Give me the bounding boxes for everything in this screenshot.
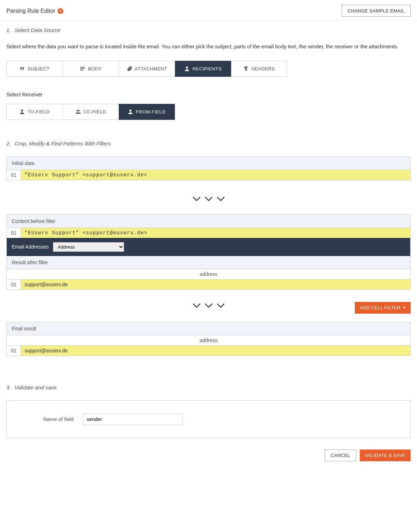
tab-body-label: BODY xyxy=(88,66,101,71)
quote-icon xyxy=(20,66,25,71)
row-value: support@euserv.de xyxy=(21,346,410,356)
step-1-title: 1. Select Data Source xyxy=(6,27,411,33)
users-icon xyxy=(76,109,81,114)
paperclip-icon xyxy=(127,66,132,71)
before-filter-panel: Content before filter 01 "EUserv Support… xyxy=(6,214,411,238)
tab-cc-field[interactable]: CC-FIELD xyxy=(63,104,119,120)
caret-down-icon xyxy=(403,307,406,309)
user-icon xyxy=(128,109,133,114)
tab-attachment-label: ATTACHMENT xyxy=(135,66,167,71)
validate-save-button[interactable]: VALIDATE & SAVE xyxy=(360,449,411,461)
flow-separator xyxy=(6,183,411,214)
add-cell-filter-button[interactable]: ADD CELL FILTER xyxy=(355,302,411,314)
tab-subject-label: SUBJECT xyxy=(27,66,49,71)
select-receiver-label: Select Receiver xyxy=(6,92,411,97)
filter-part-select[interactable]: Address xyxy=(53,242,124,252)
tab-cc-label: CC-FIELD xyxy=(84,109,106,115)
validate-box: Name of field xyxy=(6,400,411,438)
tab-headers-label: HEADERS xyxy=(251,66,275,71)
step-3-section: 3. Validate and save Name of field xyxy=(0,378,417,445)
row-number: 01 xyxy=(7,346,21,356)
chevron-down-icon xyxy=(205,197,213,202)
add-filter-row: ADD CELL FILTER xyxy=(6,293,411,322)
step-2-num: 2. xyxy=(6,140,11,147)
before-filter-head: Content before filter xyxy=(7,215,410,228)
chevron-down-icon xyxy=(217,197,225,202)
add-cell-filter-label: ADD CELL FILTER xyxy=(360,305,401,310)
footer-buttons: CANCEL VALIDATE & SAVE xyxy=(0,445,417,471)
after-filter-head: Result after filter xyxy=(7,256,410,269)
user-icon xyxy=(185,66,189,71)
cancel-button[interactable]: CANCEL xyxy=(325,449,356,461)
row-number: 01 xyxy=(7,170,21,180)
step-3-title: 3. Validate and save xyxy=(6,384,411,390)
step-1-description: Select where the data you want to parse … xyxy=(6,43,411,51)
initial-data-head: Initial data xyxy=(7,157,410,170)
column-header: address xyxy=(7,335,410,346)
field-name-input[interactable] xyxy=(83,414,182,425)
header-bar: Parsing Rule Editor ? CHANGE SAMPLE EMAI… xyxy=(0,0,417,21)
tab-from-field[interactable]: FROM-FIELD xyxy=(119,104,175,120)
row-value: "EUserv Support" <support@euserv.de> xyxy=(21,170,410,180)
name-of-field-label: Name of field xyxy=(13,416,77,422)
receiver-tabs: TO-FIELD CC-FIELD FROM-FIELD xyxy=(6,104,411,120)
tab-recipients-label: RECIPIENTS xyxy=(192,66,221,71)
initial-data-panel: Initial data 01 "EUserv Support" <suppor… xyxy=(6,156,411,180)
lines-icon xyxy=(80,66,85,71)
row-number: 01 xyxy=(7,228,21,238)
chevron-down-icon xyxy=(217,303,225,308)
chevron-down-icon xyxy=(193,197,201,202)
filter-name: Email Addresses xyxy=(12,244,49,250)
chevron-down-icon xyxy=(205,303,213,308)
row-number: 01 xyxy=(7,280,21,289)
page-title: Parsing Rule Editor ? xyxy=(6,8,63,14)
step-2-title: 2. Crop, Modify & Find Patterns With Fil… xyxy=(6,140,411,147)
before-filter-row: 01 "EUserv Support" <support@euserv.de> xyxy=(7,228,410,238)
after-filter-panel: Result after filter address 01 support@e… xyxy=(6,256,411,290)
column-header: address xyxy=(7,269,410,280)
tab-from-label: FROM-FIELD xyxy=(136,109,165,115)
step-1-num: 1. xyxy=(6,27,11,33)
step-2-label: Crop, Modify & Find Patterns With Filter… xyxy=(15,140,111,147)
tab-body[interactable]: BODY xyxy=(63,61,119,77)
data-source-tabs: SUBJECT BODY ATTACHMENT RECIPIENTS HEADE… xyxy=(6,61,411,77)
user-icon xyxy=(20,109,25,114)
filter-bar: Email Addresses Address xyxy=(6,238,411,256)
step-1-section: 1. Select Data Source Select where the d… xyxy=(0,21,417,130)
validate-save-label: VALIDATE & SAVE xyxy=(365,453,406,458)
tab-to-field[interactable]: TO-FIELD xyxy=(6,104,63,120)
step-1-label: Select Data Source xyxy=(15,27,60,33)
row-value: "EUserv Support" <support@euserv.de> xyxy=(21,228,410,238)
chevron-down-icon xyxy=(193,303,201,308)
tab-attachment[interactable]: ATTACHMENT xyxy=(119,61,175,77)
tab-to-label: TO-FIELD xyxy=(27,109,49,115)
help-icon[interactable]: ? xyxy=(58,8,63,14)
change-sample-email-button[interactable]: CHANGE SAMPLE EMAIL xyxy=(342,5,411,17)
pilcrow-icon xyxy=(244,66,248,71)
tab-recipients[interactable]: RECIPIENTS xyxy=(175,61,231,77)
tab-subject[interactable]: SUBJECT xyxy=(6,61,63,77)
step-3-label: Validate and save xyxy=(15,384,57,390)
after-filter-row: 01 support@euserv.de xyxy=(7,280,410,289)
initial-data-row: 01 "EUserv Support" <support@euserv.de> xyxy=(7,170,410,180)
step-2-section: 2. Crop, Modify & Find Patterns With Fil… xyxy=(0,130,417,365)
step-3-num: 3. xyxy=(6,384,11,390)
page-title-text: Parsing Rule Editor xyxy=(6,8,55,14)
final-result-panel: Final result address 01 support@euserv.d… xyxy=(6,322,411,356)
final-result-head: Final result xyxy=(7,322,410,335)
final-result-row: 01 support@euserv.de xyxy=(7,346,410,356)
tab-headers[interactable]: HEADERS xyxy=(231,61,287,77)
row-value: support@euserv.de xyxy=(21,280,410,289)
